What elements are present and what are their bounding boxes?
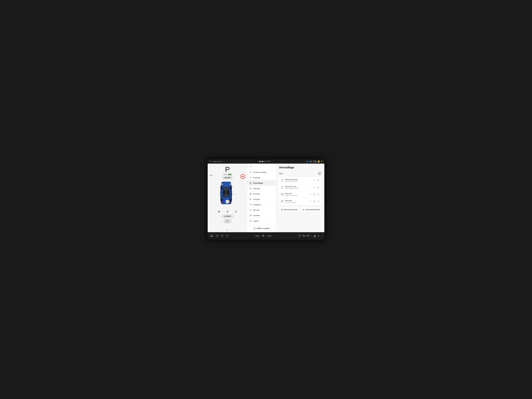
speed-limit-sign: 50	[241, 174, 245, 179]
temp-left-up-arrow[interactable]: ›	[260, 235, 261, 237]
volume-icon[interactable]: 🔊	[314, 235, 316, 237]
mic-icon[interactable]	[234, 209, 238, 214]
temp-right-value: 22.0	[268, 235, 271, 237]
key-profile-btn-card-2[interactable]	[309, 200, 312, 203]
svg-point-52	[211, 236, 211, 237]
sidebar-item-securite[interactable]: Sécurité	[247, 207, 276, 213]
lock-panel: Verrouillage Clés + iPhone de Ulrich Act…	[276, 164, 324, 232]
settings-footer: BOÎTE À GANTS	[247, 225, 276, 232]
svg-point-59	[300, 235, 300, 236]
svg-point-14	[250, 177, 251, 178]
dot-2	[228, 230, 228, 231]
sidebar-item-logiciel[interactable]: Logiciel	[247, 218, 276, 224]
car-name: Aïko	[209, 174, 213, 176]
card-icon-2	[281, 200, 284, 203]
key-profile-btn-ulrich[interactable]	[313, 179, 316, 182]
svg-point-47	[310, 201, 311, 201]
time-display: 15:45	[259, 160, 264, 163]
lightning-icon[interactable]	[225, 209, 230, 214]
svg-point-44	[310, 194, 311, 194]
entretien-icon	[249, 214, 252, 217]
keys-header: Clés +	[279, 171, 322, 176]
door-open-top-button[interactable]: OUVRIR	[222, 176, 233, 179]
key-item-iphone-lola: iPhone de Lola Actif | Apple iPhone 8	[279, 184, 322, 191]
sidebar-item-autopilot[interactable]: Autopilot	[247, 196, 276, 202]
key-info-card-2: Key card July 23 | Carte-clé	[285, 200, 308, 203]
svg-point-8	[219, 211, 219, 212]
neutralisation-button[interactable]: NEUTRALISATION	[279, 207, 300, 212]
heat-front-icon[interactable]	[307, 234, 309, 238]
door-open-bottom-button[interactable]: OUVRIR	[222, 215, 233, 218]
keys-list: iPhone de Ulrich Actif | Apple iPhone	[279, 177, 322, 205]
add-key-button[interactable]: +	[317, 171, 322, 176]
fan-icon[interactable]	[262, 234, 265, 238]
temp-right-up-arrow[interactable]: ›	[272, 235, 272, 237]
lock-panel-title: Verrouillage	[279, 166, 322, 169]
key-profile-btn-card-1[interactable]	[309, 193, 312, 196]
vol-left-arrow[interactable]: ‹	[311, 235, 312, 237]
securite-enfant-button[interactable]: SÉCURITÉ ENFANT	[301, 207, 322, 212]
securite-enfant-label: SÉCURITÉ ENFANT	[306, 209, 320, 210]
temp-right-down-arrow[interactable]: ‹	[266, 235, 267, 237]
moon-bottom-icon[interactable]	[226, 234, 228, 238]
navigation-icon	[249, 203, 252, 206]
camera-icon[interactable]	[217, 209, 221, 214]
key-sub-ulrich: Actif | Apple iPhone	[285, 181, 312, 182]
music-bottom-icon[interactable]	[216, 234, 218, 238]
vol-right-arrow[interactable]: ›	[321, 235, 322, 237]
key-profile-btn-lola[interactable]	[313, 186, 316, 189]
key-name-ulrich: iPhone de Ulrich	[285, 178, 312, 181]
svg-rect-24	[250, 188, 251, 189]
key-name-lola: iPhone de Lola	[285, 185, 312, 188]
svg-point-41	[314, 187, 315, 187]
settings-panel: × Contrôles rapides Éclairage	[247, 164, 276, 232]
heat-rear-icon[interactable]	[302, 234, 305, 238]
battery-bar	[228, 174, 232, 175]
glove-box-button[interactable]: BOÎTE À GANTS	[249, 226, 275, 231]
phone-icon-lola	[281, 186, 284, 189]
svg-marker-30	[250, 204, 252, 205]
verrouillage-icon	[249, 182, 252, 184]
sidebar-item-eclairage[interactable]: Éclairage	[247, 175, 276, 180]
key-delete-btn-card-1[interactable]	[317, 193, 320, 196]
key-delete-btn-ulrich[interactable]	[317, 179, 320, 182]
wiper-icon	[226, 219, 229, 221]
door-bottom-icon[interactable]	[298, 234, 301, 238]
sidebar-item-entretien[interactable]: Entretien	[247, 213, 276, 218]
phone-icon-ulrich	[281, 179, 284, 182]
app-bottom-icon[interactable]	[221, 234, 223, 238]
key-edit-btn-card-2[interactable]	[313, 200, 316, 203]
main-content: P 92 % Aïko OUVRIR 50	[208, 164, 324, 232]
status-bar: 📍 Jacques Anquetil 15:45 21 C T 👤 Lola L…	[208, 159, 324, 164]
sidebar-item-label-logiciel: Logiciel	[253, 220, 259, 222]
car-image-area: ⚡	[217, 181, 238, 207]
mute-icon[interactable]: ✕	[318, 235, 319, 237]
key-edit-btn-card-1[interactable]	[313, 193, 316, 196]
key-delete-btn-card-2[interactable]	[317, 200, 320, 203]
car-bottom-icon[interactable]	[210, 234, 213, 238]
sidebar-item-verrouillage[interactable]: Verrouillage	[247, 180, 276, 186]
sidebar-item-navigation[interactable]: Navigation	[247, 202, 276, 207]
svg-point-2	[230, 187, 232, 190]
wiper-auto-label: AUTO	[226, 221, 229, 223]
sidebar-item-affichage[interactable]: Affichage	[247, 186, 276, 191]
close-button[interactable]: ×	[249, 165, 252, 168]
temperature-display: 21 C	[264, 161, 268, 162]
glove-btn-label: BOÎTE À GANTS	[257, 228, 270, 229]
temp-left-value: 22.0	[256, 235, 259, 237]
key-actions-card-2	[309, 200, 320, 203]
neutralisation-label: NEUTRALISATION	[284, 209, 298, 210]
svg-point-54	[216, 236, 217, 237]
neutralisation-icon	[281, 209, 283, 211]
action-buttons-row: NEUTRALISATION SÉCURITÉ ENFANT	[279, 207, 322, 212]
svg-point-55	[217, 236, 218, 236]
svg-point-38	[314, 180, 315, 180]
key-info-card-1: Key card August 9 | Carte-clé	[285, 192, 308, 196]
temp-left-down-arrow[interactable]: ‹	[254, 235, 255, 237]
sidebar-item-conduite[interactable]: Conduite	[247, 191, 276, 196]
svg-point-53	[212, 236, 213, 237]
conduite-icon	[249, 193, 252, 195]
svg-rect-45	[281, 201, 283, 202]
key-delete-btn-lola[interactable]	[317, 186, 320, 189]
sidebar-item-controles[interactable]: Contrôles rapides	[247, 170, 276, 175]
